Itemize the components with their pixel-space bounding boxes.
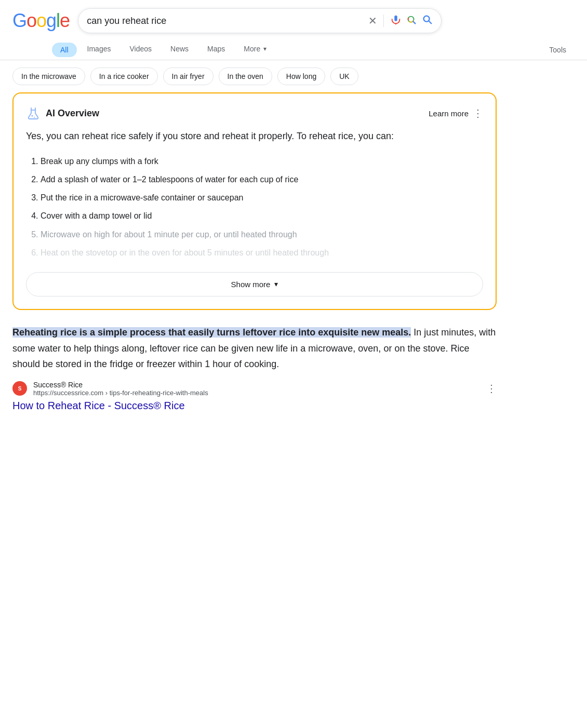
ai-overview-more-icon[interactable]: ⋮ [473, 107, 483, 119]
ai-step-6: Heat on the stovetop or in the oven for … [41, 244, 483, 262]
result-source: S Success® Rice https://successrice.com … [12, 381, 497, 397]
search-submit-icon[interactable] [421, 14, 433, 28]
search-input[interactable]: can you reheat rice [87, 16, 364, 26]
tab-all[interactable]: All [52, 43, 77, 57]
clear-icon[interactable]: ✕ [368, 15, 377, 27]
nav-tabs: All Images Videos News Maps More ▾ Tools [0, 37, 587, 60]
logo-l: l [56, 10, 60, 32]
logo-o2: o [36, 10, 46, 32]
svg-line-3 [413, 21, 415, 23]
chip-microwave[interactable]: In the microwave [12, 68, 85, 85]
filter-chips: In the microwave In a rice cooker In air… [0, 60, 587, 92]
result-source-info: Success® Rice https://successrice.com › … [33, 381, 480, 397]
google-logo: Google [12, 10, 70, 32]
ai-step-1: Break up any clumps with a fork [41, 152, 483, 170]
tab-news[interactable]: News [162, 39, 197, 60]
search-result-1: Reheating rice is a simple process that … [12, 325, 497, 412]
chip-air-fryer[interactable]: In air fryer [163, 68, 214, 85]
svg-point-5 [32, 115, 33, 117]
tab-more[interactable]: More ▾ [235, 39, 275, 60]
show-more-button[interactable]: Show more ▾ [26, 272, 483, 296]
ai-step-5: Microwave on high for about 1 minute per… [41, 225, 483, 244]
result-source-url: https://successrice.com › tips-for-rehea… [33, 389, 480, 397]
ai-step-3: Put the rice in a microwave-safe contain… [41, 188, 483, 207]
tab-images[interactable]: Images [79, 39, 119, 60]
logo-o1: o [26, 10, 36, 32]
result-title[interactable]: How to Reheat Rice - Success® Rice [12, 400, 185, 411]
ai-overview-intro: Yes, you can reheat rice safely if you s… [26, 129, 483, 144]
chip-how-long[interactable]: How long [277, 68, 325, 85]
ai-step-4: Cover with a damp towel or lid [41, 207, 483, 225]
tab-videos[interactable]: Videos [121, 39, 160, 60]
chip-uk[interactable]: UK [330, 68, 358, 85]
ai-overview-steps: Break up any clumps with a fork Add a sp… [26, 152, 483, 262]
search-divider [383, 15, 384, 27]
show-more-chevron-icon: ▾ [274, 280, 278, 288]
result-source-name: Success® Rice [33, 381, 480, 389]
main-content: AI Overview Learn more ⋮ Yes, you can re… [0, 92, 509, 437]
search-bar: can you reheat rice ✕ [78, 8, 442, 33]
more-chevron-icon: ▾ [263, 45, 266, 52]
chip-rice-cooker[interactable]: In a rice cooker [90, 68, 158, 85]
learn-more-button[interactable]: Learn more [429, 109, 469, 118]
voice-search-icon[interactable] [390, 14, 402, 28]
ai-overview-title: AI Overview [46, 108, 99, 119]
result-source-menu-icon[interactable]: ⋮ [486, 382, 497, 395]
logo-g2: g [46, 10, 56, 32]
logo-e: e [60, 10, 70, 32]
ai-overview-actions: Learn more ⋮ [429, 107, 483, 119]
chip-oven[interactable]: In the oven [219, 68, 272, 85]
logo-g: G [12, 10, 26, 32]
ai-overview-header: AI Overview Learn more ⋮ [26, 106, 483, 120]
lens-search-icon[interactable] [406, 14, 417, 28]
ai-flask-icon [26, 106, 41, 120]
tab-maps[interactable]: Maps [199, 39, 233, 60]
result-snippet: Reheating rice is a simple process that … [12, 325, 497, 372]
ai-overview-card: AI Overview Learn more ⋮ Yes, you can re… [12, 92, 497, 310]
ai-overview-title-group: AI Overview [26, 106, 99, 120]
tools-button[interactable]: Tools [541, 41, 575, 59]
ai-step-2: Add a splash of water or 1–2 tablespoons… [41, 170, 483, 188]
search-bar-container: can you reheat rice ✕ [78, 8, 442, 33]
svg-point-6 [34, 117, 35, 118]
result-snippet-bold: Reheating rice is a simple process that … [12, 327, 411, 338]
header: Google can you reheat rice ✕ [0, 0, 587, 37]
result-favicon: S [12, 381, 27, 396]
